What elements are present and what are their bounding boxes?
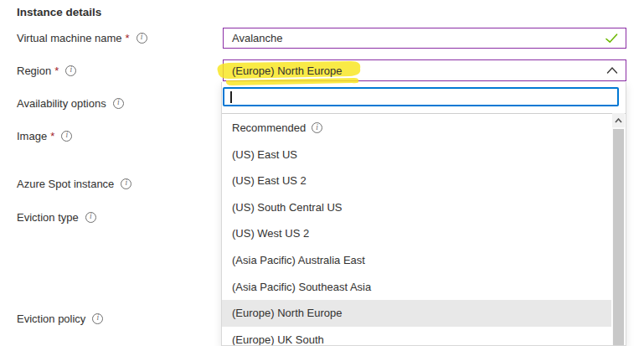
info-icon[interactable]: i <box>85 212 96 223</box>
scrollbar[interactable] <box>612 113 625 345</box>
info-icon[interactable]: i <box>121 178 131 189</box>
group-header-text: Recommended <box>232 115 306 142</box>
region-dropdown[interactable]: (Europe) North Europe <box>223 59 626 81</box>
vm-name-value: Avalanche <box>232 28 282 48</box>
info-icon[interactable]: i <box>113 98 124 109</box>
info-icon[interactable]: i <box>65 65 76 76</box>
label-text: Availability options <box>17 97 106 110</box>
text-caret <box>230 91 232 103</box>
section-title: Instance details <box>17 6 101 18</box>
region-search-input[interactable] <box>223 87 619 106</box>
info-icon[interactable]: i <box>312 122 322 133</box>
label-text: Virtual machine name <box>17 32 122 44</box>
required-asterisk: * <box>54 65 59 77</box>
info-icon[interactable]: i <box>61 131 72 142</box>
list-item[interactable]: (Asia Pacific) Southeast Asia <box>222 274 611 301</box>
label-text: Eviction type <box>17 211 79 224</box>
list-item[interactable]: (Europe) UK South <box>222 327 611 345</box>
label-availability-options: Availability options i <box>17 96 124 111</box>
label-eviction-policy: Eviction policy i <box>17 311 103 326</box>
label-image: Image * i <box>17 128 72 143</box>
region-option-list: Recommended i (US) East US (US) East US … <box>222 113 626 345</box>
required-asterisk: * <box>126 32 130 44</box>
list-item[interactable]: (Asia Pacific) Australia East <box>222 247 611 274</box>
label-virtual-machine-name: Virtual machine name * i <box>17 30 147 45</box>
list-item[interactable]: (US) West US 2 <box>222 220 611 247</box>
chevron-up-icon <box>615 118 622 123</box>
label-eviction-type: Eviction type i <box>17 209 96 225</box>
required-asterisk: * <box>50 130 54 142</box>
chevron-up-icon[interactable] <box>606 67 618 75</box>
group-header-recommended: Recommended i <box>222 115 611 142</box>
list-item[interactable]: (US) East US <box>222 142 611 168</box>
label-text: Image <box>17 130 47 142</box>
region-dropdown-flyout: Recommended i (US) East US (US) East US … <box>221 82 626 346</box>
label-text: Azure Spot instance <box>17 178 114 190</box>
label-text: Eviction policy <box>17 312 85 325</box>
region-selected-value: (Europe) North Europe <box>232 60 343 80</box>
info-icon[interactable]: i <box>137 33 147 44</box>
list-item[interactable]: (US) East US 2 <box>222 168 611 194</box>
virtual-machine-name-input[interactable]: Avalanche <box>223 28 626 49</box>
label-text: Region <box>17 65 51 77</box>
label-region: Region * i <box>17 63 76 78</box>
list-item[interactable]: (US) South Central US <box>222 194 611 221</box>
valid-check-icon <box>605 34 618 44</box>
label-azure-spot-instance: Azure Spot instance i <box>17 176 131 191</box>
scrollbar-thumb[interactable] <box>613 129 624 345</box>
info-icon[interactable]: i <box>92 313 103 324</box>
scroll-up-button[interactable] <box>612 113 625 127</box>
list-item-selected[interactable]: (Europe) North Europe <box>222 300 611 327</box>
